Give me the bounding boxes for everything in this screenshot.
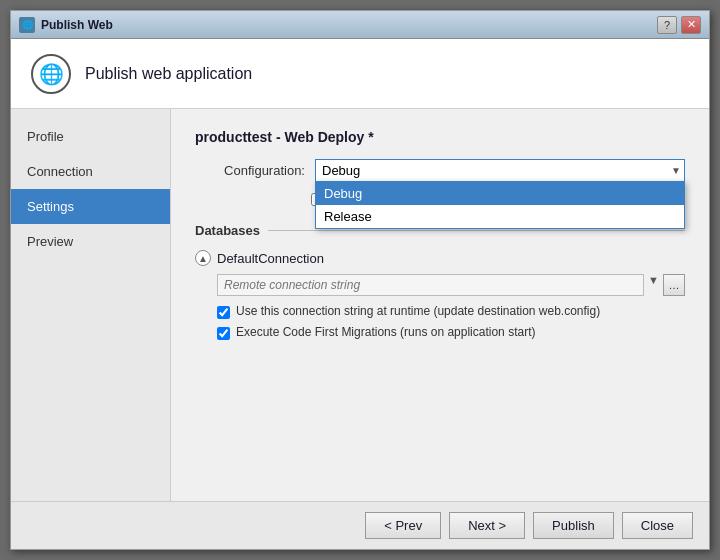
config-dropdown-arrow: ▼ bbox=[671, 165, 681, 176]
execute-code-first-label: Execute Code First Migrations (runs on a… bbox=[236, 325, 535, 339]
default-connection-group: ▲ DefaultConnection ▼ … Use this bbox=[195, 250, 685, 340]
config-label: Configuration: bbox=[195, 163, 305, 178]
title-bar-controls: ? ✕ bbox=[657, 16, 701, 34]
config-dropdown[interactable]: Debug ▼ bbox=[315, 159, 685, 182]
sidebar-item-profile[interactable]: Profile bbox=[11, 119, 170, 154]
config-dropdown-value: Debug bbox=[322, 163, 360, 178]
conn-string-controls: ▼ … bbox=[648, 274, 685, 296]
default-connection-name: DefaultConnection bbox=[217, 251, 324, 266]
config-dropdown-list: Debug Release bbox=[315, 181, 685, 229]
title-bar: 🌐 Publish Web ? ✕ bbox=[11, 11, 709, 39]
config-dropdown-container: Debug ▼ Debug Release bbox=[315, 159, 685, 182]
main-window: 🌐 Publish Web ? ✕ 🌐 Publish web applicat… bbox=[10, 10, 710, 550]
conn-dropdown-arrow-small: ▼ bbox=[648, 274, 659, 296]
databases-label: Databases bbox=[195, 223, 260, 238]
connection-string-input[interactable] bbox=[217, 274, 644, 296]
prev-button[interactable]: < Prev bbox=[365, 512, 441, 539]
default-connection-header: ▲ DefaultConnection bbox=[195, 250, 685, 266]
close-window-button[interactable]: ✕ bbox=[681, 16, 701, 34]
window-icon: 🌐 bbox=[19, 17, 35, 33]
execute-code-first-row: Execute Code First Migrations (runs on a… bbox=[217, 325, 685, 340]
config-option-debug[interactable]: Debug bbox=[316, 182, 684, 205]
content-area: Profile Connection Settings Preview prod… bbox=[11, 109, 709, 501]
databases-divider-line bbox=[268, 230, 685, 231]
section-title: producttest - Web Deploy * bbox=[195, 129, 685, 145]
collapse-icon[interactable]: ▲ bbox=[195, 250, 211, 266]
header-globe-icon: 🌐 bbox=[31, 54, 71, 94]
use-connection-string-checkbox[interactable] bbox=[217, 306, 230, 319]
main-content: producttest - Web Deploy * Configuration… bbox=[171, 109, 709, 501]
databases-section: ▲ DefaultConnection ▼ … Use this bbox=[195, 250, 685, 340]
sidebar-item-settings[interactable]: Settings bbox=[11, 189, 170, 224]
db-checkboxes: Use this connection string at runtime (u… bbox=[217, 304, 685, 340]
conn-string-browse-button[interactable]: … bbox=[663, 274, 685, 296]
publish-button[interactable]: Publish bbox=[533, 512, 614, 539]
execute-code-first-checkbox[interactable] bbox=[217, 327, 230, 340]
sidebar: Profile Connection Settings Preview bbox=[11, 109, 171, 501]
connection-string-row: ▼ … bbox=[217, 274, 685, 296]
header-bar: 🌐 Publish web application bbox=[11, 39, 709, 109]
configuration-row: Configuration: Debug ▼ Debug Release bbox=[195, 159, 685, 182]
footer: < Prev Next > Publish Close bbox=[11, 501, 709, 549]
sidebar-item-connection[interactable]: Connection bbox=[11, 154, 170, 189]
close-button[interactable]: Close bbox=[622, 512, 693, 539]
sidebar-item-preview[interactable]: Preview bbox=[11, 224, 170, 259]
next-button[interactable]: Next > bbox=[449, 512, 525, 539]
use-connection-string-row: Use this connection string at runtime (u… bbox=[217, 304, 685, 319]
window-title: Publish Web bbox=[41, 18, 113, 32]
header-title: Publish web application bbox=[85, 65, 252, 83]
title-bar-left: 🌐 Publish Web bbox=[19, 17, 113, 33]
help-button[interactable]: ? bbox=[657, 16, 677, 34]
use-connection-string-label: Use this connection string at runtime (u… bbox=[236, 304, 600, 318]
config-option-release[interactable]: Release bbox=[316, 205, 684, 228]
